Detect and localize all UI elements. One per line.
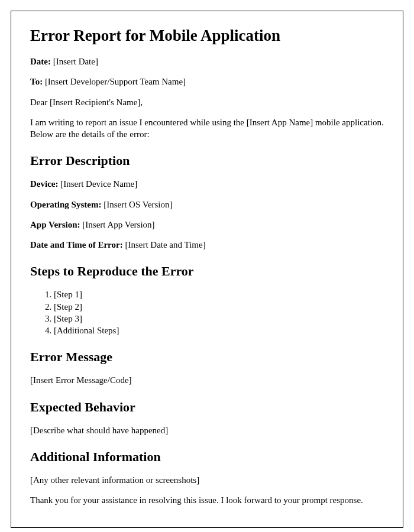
date-value: [Insert Date] [51, 57, 98, 66]
datetime-value: [Insert Date and Time] [123, 240, 206, 249]
additional-heading: Additional Information [30, 449, 384, 465]
expected-body: [Describe what should have happened] [30, 424, 384, 436]
document-frame: Error Report for Mobile Application Date… [11, 11, 403, 528]
datetime-label: Date and Time of Error: [30, 240, 123, 249]
salutation: Dear [Insert Recipient's Name], [30, 96, 384, 108]
date-label: Date: [30, 57, 51, 66]
date-line: Date: [Insert Date] [30, 56, 384, 67]
os-line: Operating System: [Insert OS Version] [30, 199, 384, 210]
device-value: [Insert Device Name] [58, 179, 137, 189]
to-value: [Insert Developer/Support Team Name] [43, 77, 186, 86]
error-message-body: [Insert Error Message/Code] [30, 374, 384, 386]
device-label: Device: [30, 179, 58, 189]
steps-heading: Steps to Reproduce the Error [30, 264, 384, 279]
additional-body: [Any other relevant information or scree… [30, 474, 384, 486]
error-message-heading: Error Message [30, 349, 384, 365]
appver-line: App Version: [Insert App Version] [30, 219, 384, 231]
page-title: Error Report for Mobile Application [30, 27, 384, 45]
to-line: To: [Insert Developer/Support Team Name] [30, 76, 384, 87]
error-description-heading: Error Description [30, 153, 384, 168]
appver-label: App Version: [30, 220, 80, 229]
expected-heading: Expected Behavior [30, 400, 384, 415]
to-label: To: [30, 77, 43, 86]
os-label: Operating System: [30, 200, 101, 209]
list-item: [Step 2] [54, 301, 384, 313]
datetime-line: Date and Time of Error: [Insert Date and… [30, 239, 384, 251]
list-item: [Step 3] [54, 313, 384, 325]
intro-paragraph: I am writing to report an issue I encoun… [30, 116, 384, 141]
device-line: Device: [Insert Device Name] [30, 178, 384, 190]
os-value: [Insert OS Version] [101, 200, 172, 209]
appver-value: [Insert App Version] [80, 220, 155, 229]
list-item: [Step 1] [54, 288, 384, 300]
closing-thanks: Thank you for your assistance in resolvi… [30, 494, 384, 506]
list-item: [Additional Steps] [54, 325, 384, 336]
steps-list: [Step 1] [Step 2] [Step 3] [Additional S… [54, 288, 384, 336]
